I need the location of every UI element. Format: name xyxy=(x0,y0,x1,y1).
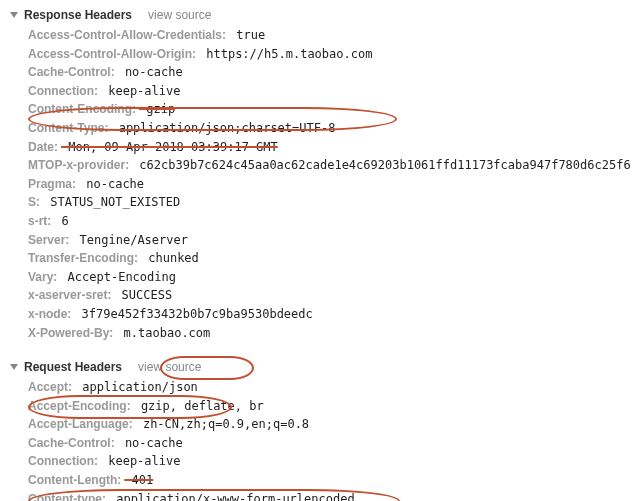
header-key: Cache-Control: xyxy=(28,65,115,79)
header-row: X-Powered-By: m.taobao.com xyxy=(28,324,630,343)
header-row: x-node: 3f79e452f33432b0b7c9ba9530bdeedc xyxy=(28,305,630,324)
header-key: Connection: xyxy=(28,84,98,98)
response-headers-list: Access-Control-Allow-Credentials: trueAc… xyxy=(10,26,630,342)
header-key: Connection: xyxy=(28,454,98,468)
header-key: Content-Encoding: xyxy=(28,102,136,116)
header-row: Pragma: no-cache xyxy=(28,175,630,194)
header-row: Date: Mon, 09 Apr 2018 03:39:17 GMT xyxy=(28,138,630,157)
header-row: Cache-Control: no-cache xyxy=(28,434,630,453)
header-value: no-cache xyxy=(115,65,183,79)
header-row: Access-Control-Allow-Origin: https://h5.… xyxy=(28,45,630,64)
header-value: true xyxy=(226,28,265,42)
header-key: Transfer-Encoding: xyxy=(28,251,138,265)
header-key: Pragma: xyxy=(28,177,76,191)
response-headers-section: Response Headers view source Access-Cont… xyxy=(10,8,630,342)
request-headers-list: Accept: application/jsonAccept-Encoding:… xyxy=(10,378,630,501)
header-row: Access-Control-Allow-Credentials: true xyxy=(28,26,630,45)
header-value: no-cache xyxy=(115,436,183,450)
header-row: Content-Type: application/json;charset=U… xyxy=(28,119,630,138)
header-key: x-node: xyxy=(28,307,71,321)
header-row: x-aserver-sret: SUCCESS xyxy=(28,286,630,305)
section-title: Request Headers xyxy=(24,360,122,374)
header-row: Content-Length: 401 xyxy=(28,471,630,490)
header-row: S: STATUS_NOT_EXISTED xyxy=(28,193,630,212)
view-source-link[interactable]: view source xyxy=(138,360,201,374)
header-key: Accept: xyxy=(28,380,72,394)
header-value: Tengine/Aserver xyxy=(69,233,188,247)
header-value: no-cache xyxy=(76,177,144,191)
header-row: Server: Tengine/Aserver xyxy=(28,231,630,250)
header-value: Accept-Encoding xyxy=(57,270,176,284)
header-value: SUCCESS xyxy=(111,288,172,302)
header-row: Vary: Accept-Encoding xyxy=(28,268,630,287)
header-key: MTOP-x-provider: xyxy=(28,158,129,172)
header-row: s-rt: 6 xyxy=(28,212,630,231)
response-headers-toggle[interactable]: Response Headers view source xyxy=(10,8,630,22)
header-row: Accept-Encoding: gzip, deflate, br xyxy=(28,397,630,416)
header-value: keep-alive xyxy=(98,454,180,468)
header-row: Connection: keep-alive xyxy=(28,452,630,471)
header-value: https://h5.m.taobao.com xyxy=(196,47,372,61)
header-key: S: xyxy=(28,195,40,209)
header-value: 3f79e452f33432b0b7c9ba9530bdeedc xyxy=(71,307,312,321)
header-key: Access-Control-Allow-Origin: xyxy=(28,47,196,61)
header-row: Content-type: application/x-www-form-url… xyxy=(28,490,630,501)
header-key: X-Powered-By: xyxy=(28,326,113,340)
header-value: application/x-www-form-urlencoded xyxy=(106,492,355,501)
header-value: 6 xyxy=(51,214,68,228)
request-headers-section: Request Headers view source Accept: appl… xyxy=(10,360,630,501)
header-value: application/json xyxy=(72,380,198,394)
header-value: zh-CN,zh;q=0.9,en;q=0.8 xyxy=(133,417,309,431)
header-key: Cache-Control: xyxy=(28,436,115,450)
header-row: Content-Encoding: gzip xyxy=(28,100,630,119)
header-key: Server: xyxy=(28,233,69,247)
header-value: c62cb39b7c624c45aa0ac62cade1e4c69203b106… xyxy=(129,158,630,172)
header-value: 401 xyxy=(121,473,153,487)
header-key: Content-Type: xyxy=(28,121,108,135)
header-value: gzip, deflate, br xyxy=(131,399,264,413)
chevron-down-icon xyxy=(10,364,18,370)
header-row: Accept-Language: zh-CN,zh;q=0.9,en;q=0.8 xyxy=(28,415,630,434)
header-value: keep-alive xyxy=(98,84,180,98)
view-source-link[interactable]: view source xyxy=(148,8,211,22)
header-key: Date: xyxy=(28,140,58,154)
header-key: x-aserver-sret: xyxy=(28,288,111,302)
header-key: s-rt: xyxy=(28,214,51,228)
header-value: gzip xyxy=(136,102,175,116)
header-key: Vary: xyxy=(28,270,57,284)
header-row: Connection: keep-alive xyxy=(28,82,630,101)
header-key: Accept-Encoding: xyxy=(28,399,131,413)
header-key: Content-Length: xyxy=(28,473,121,487)
header-key: Accept-Language: xyxy=(28,417,133,431)
header-value: Mon, 09 Apr 2018 03:39:17 GMT xyxy=(58,140,278,154)
header-value: m.taobao.com xyxy=(113,326,210,340)
request-headers-toggle[interactable]: Request Headers view source xyxy=(10,360,630,374)
header-value: application/json;charset=UTF-8 xyxy=(108,121,335,135)
header-key: Content-type: xyxy=(28,492,106,501)
header-row: Transfer-Encoding: chunked xyxy=(28,249,630,268)
header-row: Cache-Control: no-cache xyxy=(28,63,630,82)
header-value: chunked xyxy=(138,251,199,265)
header-key: Access-Control-Allow-Credentials: xyxy=(28,28,226,42)
chevron-down-icon xyxy=(10,12,18,18)
header-row: Accept: application/json xyxy=(28,378,630,397)
section-title: Response Headers xyxy=(24,8,132,22)
header-value: STATUS_NOT_EXISTED xyxy=(40,195,180,209)
header-row: MTOP-x-provider: c62cb39b7c624c45aa0ac62… xyxy=(28,156,630,175)
